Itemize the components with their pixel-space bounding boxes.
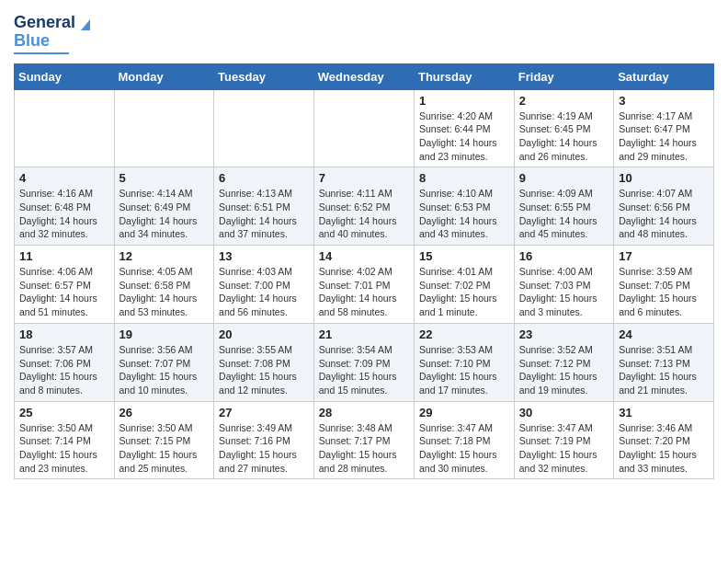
day-number: 26 [119,406,210,419]
day-number: 2 [519,94,609,108]
day-number: 11 [19,249,109,263]
calendar-cell: 7Sunrise: 4:11 AM Sunset: 6:52 PM Daylig… [313,167,414,246]
weekday-header-monday: Monday [114,63,214,89]
day-info: Sunrise: 4:09 AM Sunset: 6:55 PM Dayligh… [519,187,609,241]
calendar-cell: 18Sunrise: 3:57 AM Sunset: 7:06 PM Dayli… [15,323,115,401]
calendar-cell: 6Sunrise: 4:13 AM Sunset: 6:51 PM Daylig… [214,167,314,246]
calendar-cell: 10Sunrise: 4:07 AM Sunset: 6:56 PM Dayli… [614,167,714,246]
calendar-cell: 11Sunrise: 4:06 AM Sunset: 6:57 PM Dayli… [15,246,115,324]
day-number: 24 [619,327,709,341]
calendar-cell: 24Sunrise: 3:51 AM Sunset: 7:13 PM Dayli… [614,323,714,401]
calendar-cell [313,89,414,167]
day-number: 17 [619,249,709,263]
calendar-cell: 17Sunrise: 3:59 AM Sunset: 7:05 PM Dayli… [614,246,714,324]
calendar-cell: 13Sunrise: 4:03 AM Sunset: 7:00 PM Dayli… [214,246,314,324]
day-info: Sunrise: 3:49 AM Sunset: 7:16 PM Dayligh… [219,421,309,476]
day-info: Sunrise: 4:03 AM Sunset: 7:00 PM Dayligh… [219,265,309,319]
day-number: 15 [419,249,509,263]
weekday-header-wednesday: Wednesday [313,63,414,89]
day-info: Sunrise: 4:16 AM Sunset: 6:48 PM Dayligh… [19,187,109,241]
weekday-header-friday: Friday [514,63,613,89]
calendar-cell: 12Sunrise: 4:05 AM Sunset: 6:58 PM Dayli… [114,246,214,324]
day-info: Sunrise: 4:00 AM Sunset: 7:03 PM Dayligh… [519,265,609,319]
day-info: Sunrise: 3:48 AM Sunset: 7:17 PM Dayligh… [319,421,409,476]
calendar-week-row: 11Sunrise: 4:06 AM Sunset: 6:57 PM Dayli… [15,246,714,324]
calendar-cell: 26Sunrise: 3:50 AM Sunset: 7:15 PM Dayli… [114,401,214,479]
calendar-cell: 19Sunrise: 3:56 AM Sunset: 7:07 PM Dayli… [114,323,214,401]
day-info: Sunrise: 3:50 AM Sunset: 7:14 PM Dayligh… [19,421,109,476]
calendar-cell: 2Sunrise: 4:19 AM Sunset: 6:45 PM Daylig… [514,89,613,167]
logo-text-general: General [14,14,75,32]
day-info: Sunrise: 3:52 AM Sunset: 7:12 PM Dayligh… [519,343,609,397]
calendar-cell: 20Sunrise: 3:55 AM Sunset: 7:08 PM Dayli… [214,323,314,401]
day-info: Sunrise: 4:02 AM Sunset: 7:01 PM Dayligh… [319,265,409,319]
day-info: Sunrise: 3:54 AM Sunset: 7:09 PM Dayligh… [319,343,409,397]
day-number: 5 [119,171,210,185]
day-info: Sunrise: 4:11 AM Sunset: 6:52 PM Dayligh… [319,187,409,241]
weekday-header-row: SundayMondayTuesdayWednesdayThursdayFrid… [15,63,714,89]
day-number: 12 [119,249,210,263]
calendar-cell: 16Sunrise: 4:00 AM Sunset: 7:03 PM Dayli… [514,246,613,324]
day-number: 18 [19,327,109,341]
day-number: 25 [19,406,109,419]
calendar-week-row: 1Sunrise: 4:20 AM Sunset: 6:44 PM Daylig… [15,89,714,167]
day-info: Sunrise: 4:17 AM Sunset: 6:47 PM Dayligh… [619,109,709,164]
day-number: 23 [519,327,609,341]
calendar-cell: 23Sunrise: 3:52 AM Sunset: 7:12 PM Dayli… [514,323,613,401]
day-info: Sunrise: 4:13 AM Sunset: 6:51 PM Dayligh… [219,187,309,241]
calendar-cell: 21Sunrise: 3:54 AM Sunset: 7:09 PM Dayli… [313,323,414,401]
day-number: 16 [519,249,609,263]
day-number: 7 [319,171,409,185]
day-info: Sunrise: 4:06 AM Sunset: 6:57 PM Dayligh… [19,265,109,319]
day-info: Sunrise: 4:07 AM Sunset: 6:56 PM Dayligh… [619,187,709,241]
svg-marker-0 [81,19,90,30]
calendar-cell: 25Sunrise: 3:50 AM Sunset: 7:14 PM Dayli… [15,401,115,479]
calendar-cell: 30Sunrise: 3:47 AM Sunset: 7:19 PM Dayli… [514,401,613,479]
day-number: 14 [319,249,409,263]
calendar-cell [214,89,314,167]
day-info: Sunrise: 4:05 AM Sunset: 6:58 PM Dayligh… [119,265,210,319]
calendar-cell: 1Sunrise: 4:20 AM Sunset: 6:44 PM Daylig… [414,89,514,167]
calendar-cell: 29Sunrise: 3:47 AM Sunset: 7:18 PM Dayli… [414,401,514,479]
calendar-cell: 28Sunrise: 3:48 AM Sunset: 7:17 PM Dayli… [313,401,414,479]
calendar-table: SundayMondayTuesdayWednesdayThursdayFrid… [14,63,714,480]
weekday-header-sunday: Sunday [15,63,115,89]
day-info: Sunrise: 3:56 AM Sunset: 7:07 PM Dayligh… [119,343,210,397]
calendar-cell: 15Sunrise: 4:01 AM Sunset: 7:02 PM Dayli… [414,246,514,324]
calendar-cell: 9Sunrise: 4:09 AM Sunset: 6:55 PM Daylig… [514,167,613,246]
weekday-header-saturday: Saturday [614,63,714,89]
day-info: Sunrise: 4:01 AM Sunset: 7:02 PM Dayligh… [419,265,509,319]
day-info: Sunrise: 3:47 AM Sunset: 7:18 PM Dayligh… [419,421,509,476]
day-info: Sunrise: 4:20 AM Sunset: 6:44 PM Dayligh… [419,109,509,164]
day-info: Sunrise: 3:47 AM Sunset: 7:19 PM Dayligh… [519,421,609,476]
day-number: 30 [519,406,609,419]
day-info: Sunrise: 3:50 AM Sunset: 7:15 PM Dayligh… [119,421,210,476]
day-number: 27 [219,406,309,419]
weekday-header-tuesday: Tuesday [214,63,314,89]
logo: General Blue [14,14,94,54]
day-info: Sunrise: 3:59 AM Sunset: 7:05 PM Dayligh… [619,265,709,319]
day-number: 1 [419,94,509,108]
day-number: 6 [219,171,309,185]
day-number: 21 [319,327,409,341]
calendar-cell: 5Sunrise: 4:14 AM Sunset: 6:49 PM Daylig… [114,167,214,246]
calendar-cell: 14Sunrise: 4:02 AM Sunset: 7:01 PM Dayli… [313,246,414,324]
day-info: Sunrise: 3:51 AM Sunset: 7:13 PM Dayligh… [619,343,709,397]
calendar-week-row: 25Sunrise: 3:50 AM Sunset: 7:14 PM Dayli… [15,401,714,479]
day-number: 19 [119,327,210,341]
day-number: 29 [419,406,509,419]
day-number: 22 [419,327,509,341]
page-header: General Blue [14,14,714,54]
calendar-cell [114,89,214,167]
day-info: Sunrise: 3:53 AM Sunset: 7:10 PM Dayligh… [419,343,509,397]
logo-triangle-icon [77,16,94,32]
calendar-cell: 3Sunrise: 4:17 AM Sunset: 6:47 PM Daylig… [614,89,714,167]
day-number: 31 [619,406,709,419]
calendar-week-row: 18Sunrise: 3:57 AM Sunset: 7:06 PM Dayli… [15,323,714,401]
calendar-cell: 27Sunrise: 3:49 AM Sunset: 7:16 PM Dayli… [214,401,314,479]
calendar-cell: 31Sunrise: 3:46 AM Sunset: 7:20 PM Dayli… [614,401,714,479]
calendar-cell: 4Sunrise: 4:16 AM Sunset: 6:48 PM Daylig… [15,167,115,246]
weekday-header-thursday: Thursday [414,63,514,89]
calendar-cell: 22Sunrise: 3:53 AM Sunset: 7:10 PM Dayli… [414,323,514,401]
day-info: Sunrise: 3:46 AM Sunset: 7:20 PM Dayligh… [619,421,709,476]
